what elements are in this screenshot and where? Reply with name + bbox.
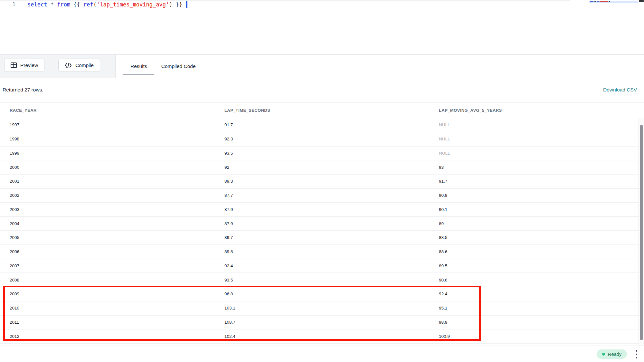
- header-cell-lap_time_seconds: LAP_TIME_SECONDS: [215, 108, 429, 113]
- table-row: 2012102.4100.9: [0, 329, 644, 344]
- header-cell-lap_moving_avg_5_years: LAP_MOVING_AVG_5_YEARS: [429, 108, 644, 113]
- table-row: 200387.990.1: [0, 203, 644, 217]
- table-row: 199993.5NULL: [0, 147, 644, 161]
- cell-lap_moving_avg_5_years: NULL: [429, 137, 644, 141]
- code-token: [54, 1, 57, 8]
- cell-lap_time_seconds: 102.4: [215, 334, 429, 339]
- cell-race_year: 2002: [0, 193, 215, 198]
- line-number: 1: [9, 1, 19, 7]
- code-icon: [65, 63, 72, 68]
- cell-lap_moving_avg_5_years: NULL: [429, 122, 644, 127]
- cell-lap_moving_avg_5_years: 90.6: [429, 278, 644, 282]
- editor-minimap-divider: [638, 0, 638, 54]
- cell-race_year: 2000: [0, 165, 215, 170]
- code-token: }}: [172, 1, 182, 8]
- cell-lap_time_seconds: 92.4: [215, 263, 429, 268]
- row-count-summary: Returned 27 rows.: [3, 87, 43, 93]
- code-token: select: [27, 1, 47, 8]
- tab-results[interactable]: Results: [123, 55, 154, 78]
- table-icon: [11, 62, 17, 68]
- cell-lap_moving_avg_5_years: 89: [429, 221, 644, 226]
- results-table: RACE_YEARLAP_TIME_SECONDSLAP_MOVING_AVG_…: [0, 102, 644, 346]
- editor-minimap[interactable]: [589, 1, 638, 3]
- cell-race_year: 1999: [0, 151, 215, 156]
- preview-button[interactable]: Preview: [4, 59, 44, 72]
- table-row: 2010103.195.1: [0, 301, 644, 316]
- code-text[interactable]: select * from {{ ref('lap_times_moving_a…: [27, 1, 182, 8]
- code-token: from: [57, 1, 70, 8]
- table-row: 200792.489.5: [0, 259, 644, 273]
- sql-editor[interactable]: 1 select * from {{ ref('lap_times_moving…: [0, 0, 644, 54]
- code-token: (: [93, 1, 97, 8]
- results-meta-bar: Returned 27 rows. Download CSV: [0, 77, 644, 102]
- cell-lap_moving_avg_5_years: 89.5: [429, 263, 644, 268]
- editor-cursor: [186, 1, 187, 8]
- code-token: [47, 1, 50, 8]
- cell-lap_moving_avg_5_years: 95.1: [429, 306, 644, 310]
- tabs: ResultsCompiled Code: [123, 55, 203, 78]
- table-header-row: RACE_YEARLAP_TIME_SECONDSLAP_MOVING_AVG_…: [0, 103, 644, 118]
- cell-lap_moving_avg_5_years: 98.9: [429, 320, 644, 325]
- cell-race_year: 2012: [0, 334, 215, 339]
- cell-lap_time_seconds: 103.1: [215, 306, 429, 310]
- cell-race_year: 2010: [0, 306, 215, 310]
- cell-lap_time_seconds: 93.5: [215, 278, 429, 282]
- ready-label: Ready: [608, 352, 621, 357]
- cell-lap_time_seconds: 87.9: [215, 221, 429, 226]
- cell-lap_time_seconds: 91.7: [215, 122, 429, 127]
- cell-lap_time_seconds: 92: [215, 165, 429, 170]
- cell-lap_time_seconds: 87.9: [215, 207, 429, 212]
- compile-button-label: Compile: [75, 62, 94, 68]
- cell-lap_time_seconds: 93.5: [215, 151, 429, 156]
- cell-lap_moving_avg_5_years: NULL: [429, 151, 644, 156]
- cell-race_year: 2006: [0, 249, 215, 254]
- header-cell-race_year: RACE_YEAR: [0, 108, 215, 113]
- cell-race_year: 1998: [0, 137, 215, 141]
- kebab-menu-icon[interactable]: [634, 350, 639, 358]
- table-row: 200996.892.4: [0, 287, 644, 301]
- cell-race_year: 2011: [0, 320, 215, 325]
- cell-lap_time_seconds: 92.3: [215, 137, 429, 141]
- cell-race_year: 2008: [0, 278, 215, 282]
- cell-race_year: 2005: [0, 235, 215, 240]
- cell-race_year: 2003: [0, 207, 215, 212]
- ready-status-badge[interactable]: Ready: [597, 349, 627, 359]
- cell-lap_moving_avg_5_years: 100.9: [429, 334, 644, 339]
- cell-race_year: 2001: [0, 179, 215, 184]
- code-token: ref: [83, 1, 93, 8]
- cell-lap_time_seconds: 89.7: [215, 235, 429, 240]
- cell-lap_time_seconds: 87.7: [215, 193, 429, 198]
- results-toolbar: Preview Compile ResultsCompiled Code: [0, 54, 644, 77]
- table-row: 200689.888.6: [0, 245, 644, 259]
- cell-lap_time_seconds: 89.8: [215, 249, 429, 254]
- cell-lap_moving_avg_5_years: 90.1: [429, 207, 644, 212]
- table-row: 2011108.798.9: [0, 316, 644, 330]
- code-token: 'lap_times_moving_avg': [97, 1, 169, 8]
- toolbar-button-group: Preview Compile: [0, 55, 116, 78]
- minimap-marks: [590, 1, 626, 2]
- download-csv-link[interactable]: Download CSV: [603, 87, 637, 93]
- table-row: 200189.391.7: [0, 175, 644, 189]
- table-row: 20009293: [0, 160, 644, 175]
- cell-race_year: 2009: [0, 291, 215, 296]
- table-body: 199791.7NULL199892.3NULL199993.5NULL2000…: [0, 118, 644, 346]
- table-row: 200487.989: [0, 217, 644, 231]
- status-bar: Ready: [0, 346, 644, 362]
- editor-scrollbar-thumb[interactable]: [639, 0, 644, 2]
- cell-lap_moving_avg_5_years: 91.7: [429, 179, 644, 184]
- table-scrollbar-track[interactable]: [639, 118, 644, 346]
- cell-lap_moving_avg_5_years: 88.6: [429, 249, 644, 254]
- cell-lap_moving_avg_5_years: 88.5: [429, 235, 644, 240]
- compile-button[interactable]: Compile: [58, 59, 100, 72]
- cell-lap_moving_avg_5_years: 92.4: [429, 291, 644, 296]
- cell-race_year: 1997: [0, 122, 215, 127]
- code-token: {{: [70, 1, 83, 8]
- table-row: 200893.590.6: [0, 273, 644, 287]
- cell-lap_time_seconds: 96.8: [215, 291, 429, 296]
- preview-button-label: Preview: [20, 62, 38, 68]
- cell-lap_time_seconds: 89.3: [215, 179, 429, 184]
- table-row: 199892.3NULL: [0, 132, 644, 147]
- code-token: ): [169, 1, 172, 8]
- tab-compiled-code[interactable]: Compiled Code: [154, 55, 203, 78]
- table-scrollbar-thumb[interactable]: [640, 125, 643, 340]
